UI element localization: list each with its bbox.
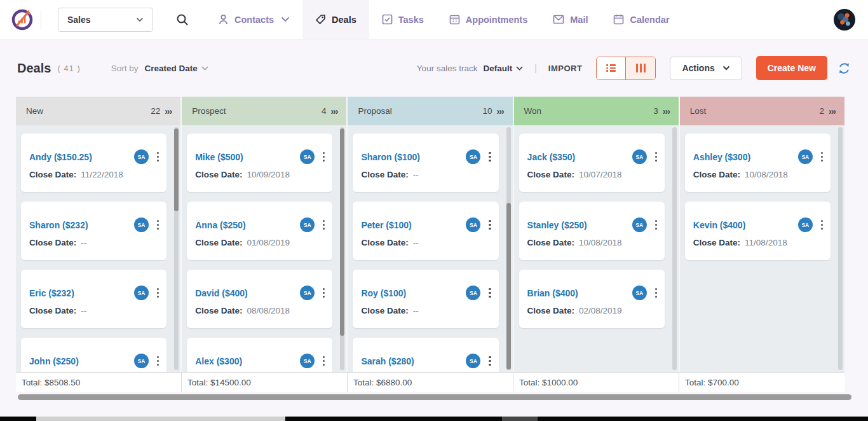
deal-card[interactable]: Sharon ($100) SA Close Date:-- bbox=[353, 134, 498, 192]
owner-avatar[interactable]: SA bbox=[134, 149, 149, 164]
deal-card[interactable]: Anna ($250) SA Close Date:01/08/2019 bbox=[187, 202, 332, 260]
column-header[interactable]: Proposal 10››› bbox=[348, 97, 512, 125]
card-menu-icon[interactable] bbox=[320, 219, 327, 231]
owner-avatar[interactable]: SA bbox=[300, 286, 315, 300]
column-header[interactable]: New 22››› bbox=[16, 97, 180, 125]
column-header[interactable]: Lost 2››› bbox=[680, 97, 844, 125]
deal-card[interactable]: John ($250) SA bbox=[21, 338, 166, 372]
deal-card[interactable]: Mike ($500) SA Close Date:10/09/2018 bbox=[187, 134, 332, 192]
card-menu-icon[interactable] bbox=[486, 355, 493, 367]
nav-item-contacts[interactable]: Contacts bbox=[205, 0, 302, 39]
deal-title[interactable]: Ashley ($300) bbox=[693, 152, 798, 162]
owner-avatar[interactable]: SA bbox=[300, 217, 315, 232]
owner-avatar[interactable]: SA bbox=[134, 217, 149, 232]
nav-item-mail[interactable]: Mail bbox=[540, 0, 600, 39]
deal-title[interactable]: Jack ($350) bbox=[527, 152, 632, 162]
deal-card[interactable]: Sarah ($280) SA bbox=[353, 338, 498, 372]
column-header[interactable]: Won 3››› bbox=[514, 97, 679, 125]
owner-avatar[interactable]: SA bbox=[300, 354, 315, 368]
card-menu-icon[interactable] bbox=[320, 287, 327, 299]
workspace-select[interactable]: Sales bbox=[58, 8, 153, 32]
column-expand-icon[interactable]: ››› bbox=[829, 106, 836, 116]
user-avatar[interactable] bbox=[834, 9, 855, 31]
deal-title[interactable]: Mike ($500) bbox=[195, 152, 300, 162]
card-menu-icon[interactable] bbox=[154, 287, 161, 299]
owner-avatar[interactable]: SA bbox=[134, 286, 149, 300]
owner-avatar[interactable]: SA bbox=[466, 217, 480, 232]
card-menu-icon[interactable] bbox=[486, 151, 493, 163]
nav-item-deals[interactable]: Deals bbox=[302, 0, 369, 39]
deal-card[interactable]: Sharon ($232) SA Close Date:-- bbox=[21, 202, 166, 260]
import-button[interactable]: IMPORT bbox=[548, 64, 583, 73]
card-menu-icon[interactable] bbox=[486, 219, 493, 231]
owner-avatar[interactable]: SA bbox=[798, 149, 813, 164]
deal-card[interactable]: Andy ($150.25) SA Close Date:11/22/2018 bbox=[21, 134, 166, 192]
deal-title[interactable]: Stanley ($250) bbox=[527, 220, 632, 230]
card-menu-icon[interactable] bbox=[653, 287, 660, 299]
card-menu-icon[interactable] bbox=[154, 219, 161, 231]
owner-avatar[interactable]: SA bbox=[134, 354, 149, 368]
deal-title[interactable]: Andy ($150.25) bbox=[29, 152, 134, 162]
create-new-button[interactable]: Create New bbox=[756, 56, 827, 80]
deal-title[interactable]: Sarah ($280) bbox=[361, 356, 466, 366]
owner-avatar[interactable]: SA bbox=[632, 217, 647, 232]
app-logo-icon[interactable] bbox=[10, 8, 34, 32]
sort-by-dropdown[interactable]: Created Date bbox=[145, 64, 208, 73]
deal-title[interactable]: Brian ($400) bbox=[527, 288, 632, 298]
owner-avatar[interactable]: SA bbox=[300, 149, 315, 164]
card-menu-icon[interactable] bbox=[818, 151, 825, 163]
deal-card[interactable]: Ashley ($300) SA Close Date:10/08/2018 bbox=[685, 134, 831, 192]
deal-card[interactable]: Kevin ($400) SA Close Date:11/08/2018 bbox=[685, 202, 831, 260]
deal-title[interactable]: Eric ($232) bbox=[29, 288, 134, 298]
owner-avatar[interactable]: SA bbox=[632, 149, 647, 164]
actions-button[interactable]: Actions bbox=[670, 57, 742, 80]
search-icon[interactable] bbox=[176, 13, 189, 26]
deal-card[interactable]: Jack ($350) SA Close Date:10/07/2018 bbox=[519, 134, 665, 192]
refresh-icon[interactable] bbox=[837, 62, 851, 75]
nav-item-tasks[interactable]: Tasks bbox=[369, 0, 437, 39]
nav-item-calendar[interactable]: Calendar bbox=[600, 0, 682, 39]
deal-title[interactable]: Anna ($250) bbox=[195, 220, 300, 230]
card-menu-icon[interactable] bbox=[653, 219, 660, 231]
card-menu-icon[interactable] bbox=[154, 355, 161, 367]
deal-card[interactable]: Brian ($400) SA Close Date:02/08/2019 bbox=[519, 270, 665, 328]
owner-avatar[interactable]: SA bbox=[466, 354, 480, 368]
column-header[interactable]: Prospect 4››› bbox=[182, 97, 346, 125]
deal-card[interactable]: Roy ($100) SA Close Date:-- bbox=[353, 270, 498, 328]
card-menu-icon[interactable] bbox=[818, 219, 825, 231]
deal-title[interactable]: David ($400) bbox=[195, 288, 300, 298]
deal-card[interactable]: Eric ($232) SA Close Date:-- bbox=[21, 270, 166, 328]
deal-title[interactable]: Roy ($100) bbox=[361, 288, 466, 298]
owner-avatar[interactable]: SA bbox=[466, 149, 480, 164]
deal-card[interactable]: Peter ($100) SA Close Date:-- bbox=[353, 202, 498, 260]
deal-title[interactable]: Peter ($100) bbox=[361, 220, 466, 230]
deal-title[interactable]: Sharon ($232) bbox=[29, 220, 134, 230]
deal-card[interactable]: David ($400) SA Close Date:08/08/2018 bbox=[187, 270, 332, 328]
owner-avatar[interactable]: SA bbox=[632, 286, 647, 300]
card-menu-icon[interactable] bbox=[154, 151, 161, 163]
card-menu-icon[interactable] bbox=[486, 287, 493, 299]
column-expand-icon[interactable]: ››› bbox=[330, 106, 337, 116]
deal-title[interactable]: Kevin ($400) bbox=[693, 220, 798, 230]
card-menu-icon[interactable] bbox=[320, 151, 327, 163]
nav-item-appointments[interactable]: Appointments bbox=[437, 0, 540, 39]
deal-card[interactable]: Alex ($300) SA bbox=[187, 338, 332, 372]
deal-title[interactable]: John ($250) bbox=[29, 356, 134, 366]
column-expand-icon[interactable]: ››› bbox=[497, 106, 504, 116]
owner-avatar[interactable]: SA bbox=[466, 286, 480, 300]
column-expand-icon[interactable]: ››› bbox=[663, 106, 670, 116]
horizontal-scrollbar-thumb[interactable] bbox=[18, 394, 851, 400]
card-menu-icon[interactable] bbox=[653, 151, 660, 163]
deal-card[interactable]: Stanley ($250) SA Close Date:10/08/2018 bbox=[519, 202, 665, 260]
column-scrollbar-thumb[interactable] bbox=[506, 203, 511, 369]
list-view-button[interactable] bbox=[597, 57, 626, 79]
sales-track-dropdown[interactable]: Default bbox=[483, 64, 523, 73]
column-scrollbar-thumb[interactable] bbox=[174, 128, 179, 211]
column-scrollbar-thumb[interactable] bbox=[340, 128, 344, 336]
owner-avatar[interactable]: SA bbox=[798, 217, 813, 232]
deal-title[interactable]: Alex ($300) bbox=[195, 356, 300, 366]
column-expand-icon[interactable]: ››› bbox=[165, 106, 172, 116]
card-menu-icon[interactable] bbox=[320, 355, 327, 367]
kanban-view-button[interactable] bbox=[626, 57, 655, 79]
column-scrollbar-track[interactable] bbox=[838, 127, 843, 370]
